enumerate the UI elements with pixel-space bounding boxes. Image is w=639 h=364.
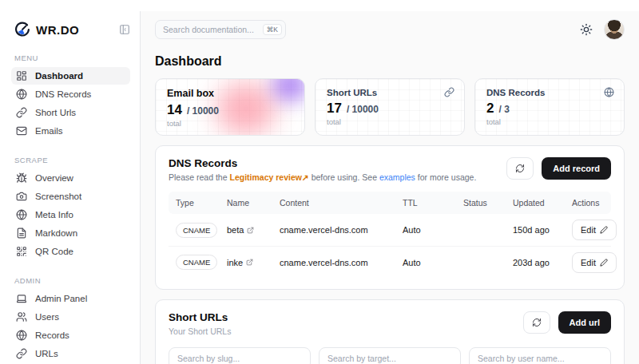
sidebar-item-users[interactable]: Users bbox=[11, 308, 130, 326]
sidebar-item-records[interactable]: Records bbox=[11, 326, 130, 344]
sidebar-item-dashboard[interactable]: Dashboard bbox=[11, 67, 130, 85]
col-header-name: Name bbox=[220, 198, 272, 208]
users-icon bbox=[16, 311, 27, 322]
examples-link[interactable]: examples bbox=[379, 172, 415, 182]
theme-toggle-button[interactable] bbox=[580, 23, 593, 36]
edit-record-button[interactable]: Edit bbox=[572, 252, 617, 273]
refresh-icon bbox=[532, 318, 542, 327]
stat-title: DNS Records bbox=[486, 88, 613, 97]
sidebar-item-label: Records bbox=[35, 330, 69, 340]
sidebar-item-short-urls[interactable]: Short Urls bbox=[11, 104, 130, 121]
sidebar-item-label: Meta Info bbox=[35, 210, 73, 220]
stat-limit: / 3 bbox=[498, 104, 509, 115]
logo-row: WR.DO bbox=[11, 22, 130, 38]
stat-title: Short URLs bbox=[327, 88, 453, 97]
search-by-user-name-input[interactable] bbox=[469, 347, 611, 364]
link-icon bbox=[16, 348, 27, 359]
sidebar-item-admin-panel[interactable]: Admin Panel bbox=[11, 290, 130, 307]
bug-icon bbox=[16, 172, 27, 184]
desc-text: for more usage. bbox=[415, 172, 476, 182]
stat-value: 2 bbox=[486, 101, 494, 117]
record-content: cname.vercel-dns.com bbox=[272, 225, 395, 235]
content: Dashboard Email box 14 / 10000 total Sho… bbox=[141, 46, 639, 364]
table-row: CNAME inke cname.vercel-dns.com Auto 203… bbox=[169, 246, 611, 278]
dns-panel-description: Please read the Legitimacy review↗ befor… bbox=[169, 172, 476, 182]
search-box[interactable]: ⌘K bbox=[155, 20, 286, 39]
user-avatar[interactable] bbox=[604, 19, 625, 40]
camera-icon bbox=[16, 191, 27, 202]
record-name: inke bbox=[227, 258, 243, 267]
link-icon bbox=[16, 107, 27, 118]
sidebar-item-label: Users bbox=[35, 312, 59, 322]
edit-label: Edit bbox=[581, 258, 596, 267]
record-updated: 203d ago bbox=[506, 258, 565, 267]
short-urls-filters bbox=[169, 347, 611, 364]
sidebar-section-menu: MENU bbox=[14, 53, 130, 62]
dns-panel-heading: DNS Records Please read the Legitimacy r… bbox=[169, 157, 476, 182]
col-header-content: Content bbox=[272, 198, 395, 208]
keyboard-shortcut-badge: ⌘K bbox=[263, 24, 282, 36]
sidebar-item-overview[interactable]: Overview bbox=[11, 169, 130, 187]
sidebar-item-dns-records[interactable]: DNS Records bbox=[11, 85, 130, 103]
dashboard-icon bbox=[16, 70, 27, 81]
sidebar-item-screenshot[interactable]: Screenshot bbox=[11, 188, 130, 205]
table-row: CNAME beta cname.vercel-dns.com Auto 150… bbox=[169, 214, 611, 246]
brand-name: WR.DO bbox=[36, 23, 79, 37]
external-link-icon bbox=[246, 259, 253, 266]
edit-label: Edit bbox=[581, 225, 596, 235]
refresh-button[interactable] bbox=[523, 311, 550, 334]
globe-icon bbox=[16, 209, 27, 220]
record-name: beta bbox=[227, 225, 244, 235]
col-header-ttl: TTL bbox=[395, 198, 456, 208]
gauge-logo-icon bbox=[14, 22, 30, 38]
external-link-icon bbox=[247, 227, 254, 234]
sidebar-item-markdown[interactable]: Markdown bbox=[11, 224, 130, 242]
edit-record-button[interactable]: Edit bbox=[572, 220, 617, 240]
stat-value: 14 bbox=[167, 102, 182, 118]
sidebar-collapse-button[interactable] bbox=[119, 24, 130, 35]
col-header-updated: Updated bbox=[506, 198, 565, 208]
add-record-button[interactable]: Add record bbox=[542, 157, 611, 180]
sidebar-item-label: Dashboard bbox=[35, 71, 83, 81]
refresh-icon bbox=[515, 164, 525, 173]
pencil-icon bbox=[600, 259, 608, 267]
stat-value: 17 bbox=[327, 101, 342, 117]
sidebar-item-qr-code[interactable]: QR Code bbox=[11, 243, 130, 260]
sidebar-item-label: Screenshot bbox=[35, 192, 81, 201]
panel-left-icon bbox=[119, 24, 130, 35]
short-urls-heading: Short URLs Your Short URLs bbox=[169, 311, 231, 336]
sidebar-item-urls[interactable]: URLs bbox=[11, 345, 130, 362]
globe-icon bbox=[16, 89, 27, 100]
stat-title: Email box bbox=[167, 88, 293, 99]
short-urls-subtitle: Your Short URLs bbox=[169, 326, 231, 336]
main-area: ⌘K Dashboard Email box 14 / 10000 bbox=[141, 11, 639, 364]
page-title: Dashboard bbox=[155, 54, 625, 69]
sidebar-item-emails[interactable]: Emails bbox=[11, 122, 130, 140]
pencil-icon bbox=[600, 226, 608, 234]
sidebar-item-label: Admin Panel bbox=[35, 294, 87, 303]
mail-icon bbox=[16, 125, 27, 136]
sidebar-item-meta-info[interactable]: Meta Info bbox=[11, 206, 130, 224]
sun-icon bbox=[580, 23, 593, 36]
stat-limit: / 10000 bbox=[187, 105, 219, 117]
search-by-target-input[interactable] bbox=[319, 347, 461, 364]
short-urls-title: Short URLs bbox=[169, 311, 231, 323]
search-input[interactable] bbox=[163, 25, 258, 34]
add-url-button[interactable]: Add url bbox=[558, 311, 612, 334]
record-content: cname.vercel-dns.com bbox=[272, 258, 395, 267]
table-header-row: Type Name Content TTL Status Updated Act… bbox=[169, 192, 611, 214]
legitimacy-review-link[interactable]: Legitimacy review↗ bbox=[229, 172, 308, 182]
dns-records-table: Type Name Content TTL Status Updated Act… bbox=[169, 192, 611, 278]
dns-records-panel: DNS Records Please read the Legitimacy r… bbox=[155, 145, 625, 290]
record-name-link[interactable]: beta bbox=[227, 225, 254, 235]
refresh-button[interactable] bbox=[506, 157, 534, 180]
stat-card-short-urls: Short URLs 17 / 10000 total bbox=[315, 78, 465, 136]
desc-text: before using. See bbox=[309, 172, 379, 182]
sidebar-item-label: Emails bbox=[35, 126, 63, 136]
sidebar-item-label: Overview bbox=[35, 173, 73, 183]
sidebar-section-admin: ADMIN bbox=[14, 276, 130, 285]
search-by-slug-input[interactable] bbox=[169, 347, 311, 364]
record-name-link[interactable]: inke bbox=[227, 258, 253, 267]
topbar: ⌘K bbox=[141, 11, 639, 46]
sidebar-item-label: Short Urls bbox=[35, 108, 76, 117]
